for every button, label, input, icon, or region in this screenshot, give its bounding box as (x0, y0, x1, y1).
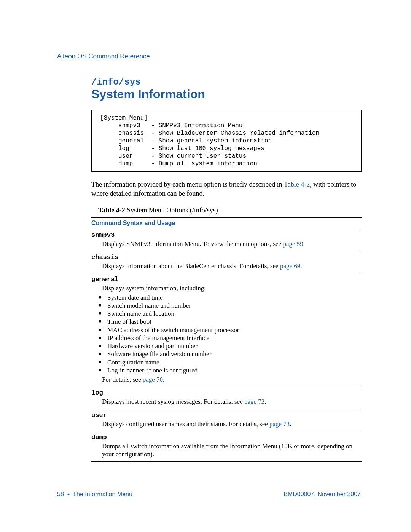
page: Alteon OS Command Reference /info/sys Sy… (0, 0, 411, 532)
table-row: dump Dumps all switch information availa… (91, 431, 362, 462)
desc-after: . (303, 240, 305, 248)
command-name: general (91, 276, 362, 283)
table-caption-text: System Menu Options (/info/sys) (125, 206, 218, 214)
page-ref-link[interactable]: page 70 (143, 376, 163, 383)
list-item: Hardware version and part number (107, 342, 362, 350)
table-row: user Displays configured user names and … (91, 409, 362, 431)
table-header-row: Command Syntax and Usage (91, 217, 362, 229)
list-item: Time of last boot (107, 318, 362, 326)
intro-paragraph: The information provided by each menu op… (91, 180, 362, 198)
command-name: user (91, 412, 362, 419)
command-name: snmpv3 (91, 232, 362, 239)
list-item: Log-in banner, if one is configured (107, 366, 362, 374)
command-desc: Displays information about the BladeCent… (102, 262, 362, 270)
table-caption-label: Table 4-2 (98, 206, 125, 214)
page-ref-link[interactable]: page 59 (283, 240, 303, 248)
command-desc-intro: Displays system information, including: (102, 284, 362, 292)
page-ref-link[interactable]: page 69 (280, 262, 300, 270)
list-item: IP address of the management interface (107, 334, 362, 342)
table-caption: Table 4-2 System Menu Options (/info/sys… (98, 206, 362, 214)
desc-after: . (264, 398, 266, 405)
list-item: MAC address of the switch management pro… (107, 326, 362, 334)
chapter-name: The Information Menu (73, 491, 132, 497)
table-row: snmpv3 Displays SNMPv3 Information Menu.… (91, 229, 362, 251)
command-desc: Displays configured user names and their… (102, 420, 362, 428)
page-footer: 58 ■ The Information Menu BMD00007, Nove… (57, 491, 361, 498)
page-number: 58 (57, 491, 64, 497)
command-desc: Displays most recent syslog messages. Fo… (102, 398, 362, 406)
system-menu-codebox: [System Menu] snmpv3 - SNMPv3 Informatio… (91, 110, 362, 172)
command-path: /info/sys (91, 78, 362, 87)
command-name: chassis (91, 254, 362, 261)
list-item: System date and time (107, 294, 362, 302)
intro-text-before: The information provided by each menu op… (91, 181, 284, 188)
running-head: Alteon OS Command Reference (57, 53, 362, 60)
square-bullet-icon: ■ (67, 492, 70, 496)
desc-after: . (300, 262, 302, 270)
list-item: Switch model name and number (107, 302, 362, 310)
desc-text: Displays SNMPv3 Information Menu. To vie… (102, 240, 283, 248)
section-title: System Information (91, 88, 362, 101)
command-name: log (91, 389, 362, 396)
general-items-list: System date and time Switch model name a… (97, 294, 362, 375)
desc-text: Displays information about the BladeCent… (102, 262, 280, 270)
page-ref-link[interactable]: page 73 (269, 420, 290, 428)
main-content: /info/sys System Information [System Men… (91, 78, 362, 462)
command-desc: Dumps all switch information available f… (102, 442, 362, 459)
command-desc-outro: For details, see page 70. (102, 375, 362, 383)
outro-text: For details, see (102, 376, 143, 383)
desc-text: Displays most recent syslog messages. Fo… (102, 398, 244, 405)
footer-right: BMD00007, November 2007 (284, 491, 361, 498)
table-ref-link[interactable]: Table 4-2 (284, 181, 310, 188)
desc-after: . (290, 420, 291, 428)
list-item: Switch name and location (107, 310, 362, 318)
command-name: dump (91, 434, 362, 441)
footer-left: 58 ■ The Information Menu (57, 491, 132, 498)
command-desc: Displays SNMPv3 Information Menu. To vie… (102, 240, 362, 248)
table-header-text: Command Syntax and Usage (91, 220, 175, 226)
table-row: chassis Displays information about the B… (91, 251, 362, 273)
outro-after: . (163, 376, 164, 383)
page-ref-link[interactable]: page 72 (244, 398, 264, 405)
list-item: Configuration name (107, 358, 362, 366)
table-row: general Displays system information, inc… (91, 273, 362, 387)
list-item: Software image file and version number (107, 350, 362, 358)
desc-text: Displays configured user names and their… (102, 420, 269, 428)
table-row: log Displays most recent syslog messages… (91, 387, 362, 409)
